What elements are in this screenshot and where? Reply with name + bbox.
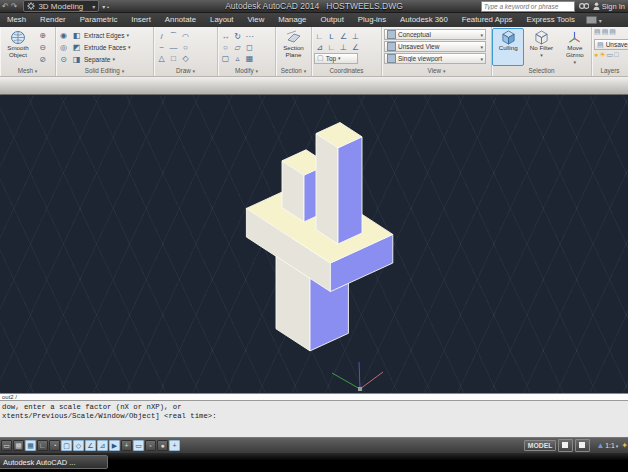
ribbon-tab-plug-ins[interactable]: Plug-ins <box>351 13 393 27</box>
right-prong-front-face[interactable] <box>316 134 338 245</box>
ribbon-tab-layout[interactable]: Layout <box>203 13 240 27</box>
ucs-tool-icon-0-1[interactable]: L <box>326 31 337 42</box>
annotation-visibility-icon[interactable]: ✦ <box>621 441 628 450</box>
draw-tool-icon-2-1[interactable]: □ <box>168 53 179 64</box>
status-toggle-ortho-mode[interactable]: ∟ <box>37 440 48 451</box>
extract-edges-label[interactable]: Extract Edges <box>84 32 124 39</box>
panel-label-coordinates[interactable]: Coordinates <box>312 66 381 76</box>
modify-tool-icon-1-1[interactable]: ▱ <box>232 42 243 53</box>
workspace-switcher[interactable]: 3D Modeling ▾ <box>23 0 99 12</box>
panel-label-solid-editing[interactable]: Solid Editing ▾ <box>56 66 153 76</box>
modify-tool-icon-0-0[interactable]: ↔ <box>220 31 231 42</box>
draw-tool-icon-1-2[interactable]: ○ <box>180 42 191 53</box>
smooth-less-icon[interactable]: ⊖ <box>37 42 48 53</box>
quick-view-layouts-button[interactable] <box>558 439 573 452</box>
ucs-tool-icon-1-1[interactable]: ∟ <box>326 42 337 53</box>
conceptual-dropdown[interactable]: Conceptual▾ <box>384 29 486 40</box>
ribbon-tab-autodesk-360[interactable]: Autodesk 360 <box>393 13 455 27</box>
ribbon-tab-mesh[interactable]: Mesh <box>0 13 33 27</box>
layer-tool-icon-0[interactable]: ▤ <box>594 28 601 38</box>
status-toggle-3d-object-snap[interactable]: ◇ <box>73 440 84 451</box>
3d-model[interactable] <box>0 95 628 393</box>
draw-tool-icon-2-2[interactable]: ◇ <box>180 53 191 64</box>
panel-label-section[interactable]: Section ▾ <box>276 66 311 76</box>
layout-tabs[interactable]: out2 / <box>0 393 628 400</box>
quick-view-drawings-button[interactable] <box>575 439 590 452</box>
culling-button[interactable]: Culling <box>492 28 524 66</box>
modify-tool-icon-1-2[interactable]: ◻ <box>244 42 255 53</box>
draw-tool-icon-1-0[interactable]: ~ <box>156 42 167 53</box>
extrude-faces-label[interactable]: Extrude Faces <box>84 44 126 51</box>
extract-edges-boolean-icon[interactable]: ◉ <box>58 30 69 41</box>
modify-tool-icon-0-1[interactable]: ↻ <box>232 31 243 42</box>
ribbon-tab-insert[interactable]: Insert <box>124 13 158 27</box>
no-filter-button[interactable]: No Filter▾ <box>525 28 557 66</box>
modify-tool-icon-2-0[interactable]: ▢ <box>220 53 231 64</box>
modify-tool-icon-0-2[interactable]: ⋯ <box>244 31 255 42</box>
panel-label-view[interactable]: View ▾ <box>382 66 491 76</box>
drawing-canvas[interactable] <box>0 95 628 393</box>
panel-label-mesh[interactable]: Mesh ▾ <box>0 66 55 76</box>
layer-color-icon[interactable]: □ <box>614 51 618 61</box>
status-toggle-object-snap[interactable]: ▢ <box>61 440 72 451</box>
separate-dropdown-arrow[interactable]: ▾ <box>112 56 115 62</box>
extract-edges-dropdown-arrow[interactable]: ▾ <box>126 32 129 38</box>
status-toggle-infer-constraints[interactable]: ▭ <box>1 440 12 451</box>
sign-in-button[interactable]: Sign In <box>593 2 625 11</box>
status-toggle-object-snap-tracking[interactable]: ∠ <box>85 440 96 451</box>
command-window[interactable]: dow, enter a scale factor (nX or nXP), o… <box>0 400 628 437</box>
separate-icon[interactable]: ◨ <box>71 54 82 65</box>
extrude-faces-boolean-icon[interactable]: ◎ <box>58 42 69 53</box>
status-toggle-quick-properties[interactable]: ▫ <box>145 440 156 451</box>
separate-label[interactable]: Separate <box>84 56 110 63</box>
layer-state-dropdown[interactable]: ▤ Unsaved Layer St <box>594 39 628 50</box>
ucs-tool-icon-1-2[interactable]: ⊥ <box>338 42 349 53</box>
taskbar-autocad-button[interactable]: Autodesk AutoCAD ... <box>0 455 108 469</box>
extract-edges-icon[interactable]: ◧ <box>71 30 82 41</box>
quick-access-dropdown[interactable]: ▾ • <box>102 3 109 10</box>
modify-tool-icon-1-0[interactable]: ○ <box>220 42 231 53</box>
status-toggle-dynamic-ucs[interactable]: ⊿ <box>97 440 108 451</box>
ribbon-tab-view[interactable]: View <box>241 13 272 27</box>
model-space-button[interactable]: MODEL <box>524 440 557 451</box>
separate-boolean-icon[interactable]: ⊙ <box>58 54 69 65</box>
search-input[interactable] <box>481 1 575 12</box>
ribbon-tab-express-tools[interactable]: Express Tools <box>519 13 581 27</box>
single-viewport-dropdown[interactable]: Single viewport▾ <box>384 53 486 64</box>
extrude-faces-dropdown-arrow[interactable]: ▾ <box>128 44 131 50</box>
status-toggle-annotation-monitor[interactable]: + <box>169 440 180 451</box>
draw-tool-icon-2-0[interactable]: △ <box>156 53 167 64</box>
ucs-tool-icon-0-3[interactable]: ⊥ <box>350 31 361 42</box>
ucs-tool-icon-1-3[interactable]: ∠ <box>350 42 361 53</box>
status-toggle-grid-display[interactable]: ▦ <box>25 440 36 451</box>
ribbon-display-toggle[interactable]: ▾ <box>586 16 602 24</box>
move-gizmo-button[interactable]: Move Gizmo▾ <box>559 28 591 66</box>
refine-mesh-icon[interactable]: ⊘ <box>37 54 48 65</box>
status-toggle-snap-mode[interactable]: ▦ <box>13 440 24 451</box>
ribbon-tab-featured-apps[interactable]: Featured Apps <box>455 13 520 27</box>
layer-lock-icon[interactable]: ▭ <box>607 51 614 61</box>
ribbon-tab-parametric[interactable]: Parametric <box>73 13 125 27</box>
layer-thaw-sun-icon[interactable]: ☀ <box>599 51 605 61</box>
status-toggle-transparency[interactable]: ▭ <box>133 440 144 451</box>
extrude-faces-icon[interactable]: ◩ <box>71 42 82 53</box>
ribbon-tab-output[interactable]: Output <box>313 13 350 27</box>
status-toggle-lineweight[interactable]: + <box>121 440 132 451</box>
panel-label-modify[interactable]: Modify ▾ <box>218 66 275 76</box>
draw-tool-icon-0-2[interactable]: ◠ <box>180 31 191 42</box>
draw-tool-icon-0-0[interactable]: / <box>156 31 167 42</box>
smooth-object-button[interactable]: Smooth Object <box>0 28 36 66</box>
ribbon-tab-annotate[interactable]: Annotate <box>158 13 203 27</box>
modify-tool-icon-2-2[interactable]: ▦ <box>244 53 255 64</box>
undo-redo-icons[interactable]: ↶↷ <box>2 2 19 11</box>
draw-tool-icon-0-1[interactable]: ⌒ <box>168 31 179 42</box>
smooth-more-icon[interactable]: ⊕ <box>37 30 48 41</box>
ucs-preset-dropdown[interactable]: ▢Top▾ <box>314 53 358 64</box>
ucs-tool-icon-0-0[interactable]: ∟ <box>314 31 325 42</box>
layer-on-bulb-icon[interactable]: ● <box>594 51 598 61</box>
layer-tool-icon-1[interactable]: ▤ <box>602 28 609 38</box>
annotation-scale-control[interactable]: ▲ 1:1 ▾ ✦ <box>596 441 628 450</box>
search-binoculars-icon[interactable] <box>579 2 589 10</box>
modify-tool-icon-2-1[interactable]: ▵ <box>232 53 243 64</box>
panel-label-selection[interactable]: Selection <box>492 66 591 76</box>
